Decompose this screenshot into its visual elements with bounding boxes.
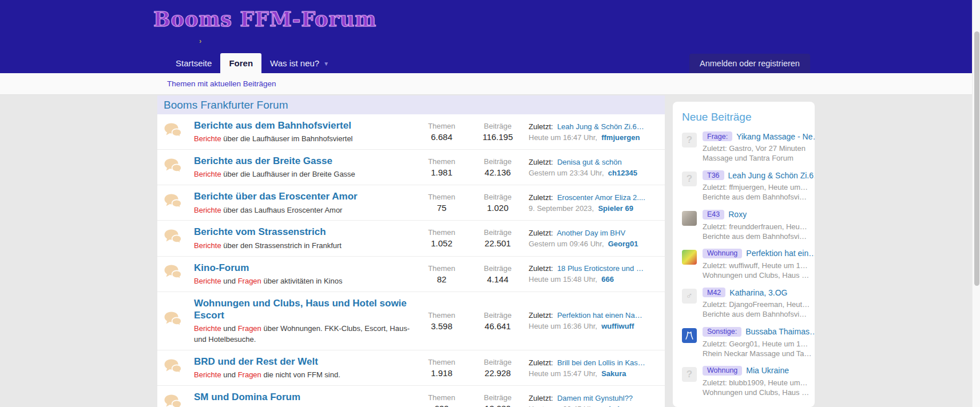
site-logo[interactable]: Booms FFM-Forum bbox=[153, 9, 376, 29]
current-topics-link[interactable]: Themen mit aktuellen Beiträgen bbox=[167, 73, 276, 95]
forum-title-link[interactable]: Kino-Forum bbox=[194, 262, 412, 274]
posts-count: 12.080 bbox=[471, 404, 524, 407]
speech-bubbles-icon bbox=[164, 311, 189, 330]
forum-title-link[interactable]: SM und Domina Forum bbox=[194, 391, 412, 403]
forum-row[interactable]: Kino-Forum Berichte und Fragen über akti… bbox=[157, 257, 665, 292]
new-post-item[interactable]: Sonstige: Bussaba Thaimas… Zuletzt: Geor… bbox=[682, 327, 806, 358]
new-post-meta: Zuletzt: blubb1909, Heute um… bbox=[703, 378, 809, 388]
topics-label: Themen bbox=[416, 193, 467, 201]
new-post-title-link[interactable]: Perfektion hat ein… bbox=[746, 249, 815, 258]
new-post-item[interactable]: Wohnung Perfektion hat ein… Zuletzt: wuf… bbox=[682, 249, 806, 280]
latest-user-link[interactable]: rubclys bbox=[601, 405, 628, 407]
latest-user-link[interactable]: Sakura bbox=[601, 369, 626, 378]
new-post-meta: Zuletzt: wuffiwuff, Heute um 1… bbox=[703, 261, 815, 270]
new-post-title-link[interactable]: Roxy bbox=[728, 210, 747, 219]
nav-tab-foren[interactable]: Foren bbox=[220, 53, 261, 73]
new-post-title-link[interactable]: Leah Jung & Schön Zi.6… bbox=[728, 171, 815, 180]
latest-thread-link[interactable]: 18 Plus Eroticstore und … bbox=[557, 264, 644, 273]
latest-thread-link[interactable]: Denisa gut & schön bbox=[557, 158, 622, 166]
new-post-content: Wohnung Perfektion hat ein… Zuletzt: wuf… bbox=[703, 249, 815, 280]
latest-post-cell: Zuletzt: Perfektion hat einen Na… Heute … bbox=[529, 311, 659, 330]
prefix-badge: E43 bbox=[703, 210, 724, 220]
new-post-item[interactable]: ♂ M42 Katharina, 3.OG Zuletzt: DjangoFre… bbox=[682, 288, 806, 319]
latest-user-link[interactable]: Georg01 bbox=[608, 240, 638, 248]
forum-row[interactable]: SM und Domina Forum Berichte und Fragen … bbox=[157, 386, 665, 407]
forum-row[interactable]: Berichte vom Strassenstrich Berichte übe… bbox=[157, 221, 665, 256]
latest-user-link[interactable]: 666 bbox=[601, 275, 614, 284]
topics-count: 82 bbox=[416, 274, 467, 284]
new-post-item[interactable]: E43 Roxy Zuletzt: freundderfrauen, Heu… … bbox=[682, 210, 806, 241]
question-mark-icon: ? bbox=[682, 133, 697, 147]
forum-main-cell: SM und Domina Forum Berichte und Fragen … bbox=[194, 391, 412, 407]
latest-user-link[interactable]: ffmjuergen bbox=[601, 133, 640, 142]
latest-thread-link[interactable]: Brill bei den Lollis in Kas… bbox=[557, 358, 645, 367]
latest-date: Gestern um 23:34 Uhr, bbox=[529, 169, 606, 177]
latest-thread-link[interactable]: Perfektion hat einen Na… bbox=[557, 311, 642, 320]
new-post-forum: Berichte aus dem Bahnhofsvi… bbox=[703, 192, 815, 202]
forum-description: Berichte über die Laufhäuser in der Brei… bbox=[194, 170, 355, 178]
forum-row[interactable]: BRD und der Rest der Welt Berichte und F… bbox=[157, 350, 665, 386]
latest-user-link[interactable]: wuffiwuff bbox=[601, 322, 634, 330]
forum-list-panel: Booms Frankfurter Forum Berichte aus dem… bbox=[157, 95, 665, 407]
vertical-scrollbar-track[interactable] bbox=[972, 0, 980, 407]
new-post-item[interactable]: ? Wohnung Mia Ukraine Zuletzt: blubb1909… bbox=[682, 366, 806, 397]
forum-main-cell: BRD und der Rest der Welt Berichte und F… bbox=[194, 356, 412, 380]
latest-user-link[interactable]: ch12345 bbox=[608, 169, 637, 177]
topics-label: Themen bbox=[416, 358, 467, 366]
new-post-meta: Zuletzt: Gastro, Vor 27 Minuten bbox=[703, 143, 815, 153]
prefix-badge: Frage: bbox=[703, 131, 732, 141]
forum-title-link[interactable]: Berichte aus der Breite Gasse bbox=[194, 155, 412, 167]
topics-label: Themen bbox=[416, 228, 467, 237]
latest-post-cell: Zuletzt: Denisa gut & schön Gestern um 2… bbox=[529, 158, 659, 177]
login-register-button[interactable]: Anmelden oder registrieren bbox=[689, 54, 810, 73]
new-post-item[interactable]: ? Frage: Yikang Massage - Ne… Zuletzt: G… bbox=[682, 131, 806, 163]
latest-thread-link[interactable]: Damen mit Gynstuhl?? bbox=[557, 394, 633, 402]
forum-row[interactable]: Berichte aus dem Bahnhofsviertel Bericht… bbox=[157, 114, 665, 150]
new-post-title-link[interactable]: Bussaba Thaimas… bbox=[745, 327, 815, 336]
vertical-scrollbar-thumb[interactable] bbox=[974, 31, 979, 286]
forum-row[interactable]: Berichte über das Eroscenter Amor Berich… bbox=[157, 185, 665, 221]
forum-row[interactable]: Wohnungen und Clubs, Haus und Hotel sowi… bbox=[157, 292, 665, 350]
forum-title-link[interactable]: Berichte aus dem Bahnhofsviertel bbox=[194, 119, 412, 131]
posts-count: 4.144 bbox=[471, 274, 524, 284]
new-post-title-link[interactable]: Katharina, 3.OG bbox=[729, 288, 787, 297]
forum-title-link[interactable]: Wohnungen und Clubs, Haus und Hotel sowi… bbox=[194, 297, 412, 322]
latest-date: 9. September 2023, bbox=[529, 204, 596, 213]
site-header: Booms FFM-Forum › StartseiteForenWas ist… bbox=[0, 0, 972, 73]
posts-stat: Beiträge 22.928 bbox=[471, 358, 524, 378]
forum-row[interactable]: Berichte aus der Breite Gasse Berichte ü… bbox=[157, 150, 665, 185]
nav-tab-was-ist-neu[interactable]: Was ist neu?▼ bbox=[261, 53, 338, 73]
new-post-title-link[interactable]: Mia Ukraine bbox=[746, 366, 789, 375]
posts-label: Beiträge bbox=[471, 122, 524, 130]
forum-title-link[interactable]: Berichte vom Strassenstrich bbox=[194, 226, 412, 238]
latest-label: Zuletzt: bbox=[529, 193, 555, 202]
latest-thread-link[interactable]: Eroscenter Amor Eliza 2.... bbox=[557, 193, 645, 202]
posts-count: 22.501 bbox=[471, 238, 524, 248]
speech-bubbles-icon bbox=[164, 122, 189, 142]
nav-tab-startseite[interactable]: Startseite bbox=[167, 53, 220, 73]
latest-user-link[interactable]: Spieler 69 bbox=[598, 204, 633, 213]
new-post-title-link[interactable]: Yikang Massage - Ne… bbox=[736, 132, 815, 141]
topics-label: Themen bbox=[416, 157, 467, 166]
forum-description: Berichte und Fragen über Wohnungen. FKK-… bbox=[194, 324, 410, 344]
new-post-item[interactable]: ? T36 Leah Jung & Schön Zi.6… Zuletzt: f… bbox=[682, 170, 806, 202]
new-post-forum: Wohnungen und Clubs, Haus … bbox=[703, 388, 809, 397]
posts-stat: Beiträge 42.136 bbox=[471, 157, 524, 177]
posts-count: 22.928 bbox=[471, 368, 524, 378]
topics-stat: Themen 629 bbox=[416, 393, 467, 407]
topics-stat: Themen 1.981 bbox=[416, 157, 467, 177]
forum-description: Berichte und Fragen die nicht von FFM si… bbox=[194, 370, 340, 379]
latest-post-cell: Zuletzt: Damen mit Gynstuhl?? Heute um 0… bbox=[529, 394, 659, 407]
forum-title-link[interactable]: BRD und der Rest der Welt bbox=[194, 356, 412, 368]
forum-title-link[interactable]: Berichte über das Eroscenter Amor bbox=[194, 190, 412, 202]
latest-thread-link[interactable]: Leah Jung & Schön Zi.6… bbox=[557, 122, 644, 131]
topics-stat: Themen 3.598 bbox=[416, 311, 467, 331]
autobahn-icon bbox=[682, 328, 697, 343]
forum-category-title[interactable]: Booms Frankfurter Forum bbox=[164, 99, 288, 111]
latest-thread-link[interactable]: Another Day im BHV bbox=[557, 229, 625, 237]
topics-label: Themen bbox=[416, 311, 467, 320]
new-post-content: Wohnung Mia Ukraine Zuletzt: blubb1909, … bbox=[703, 366, 809, 397]
new-post-content: T36 Leah Jung & Schön Zi.6… Zuletzt: ffm… bbox=[703, 170, 815, 202]
posts-label: Beiträge bbox=[471, 393, 524, 402]
posts-label: Beiträge bbox=[471, 264, 524, 273]
